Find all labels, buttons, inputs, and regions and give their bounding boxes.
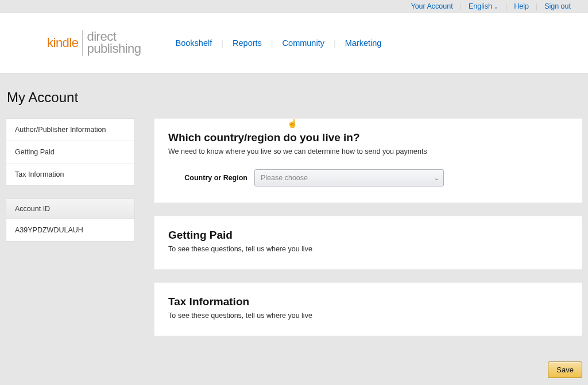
separator: | [460,2,462,10]
sidebar-item-getting-paid[interactable]: Getting Paid [6,141,134,164]
tax-card-subtitle: To see these questions, tell us where yo… [168,312,568,320]
country-card-title: Which country/region do you live in? [168,131,568,144]
logo-divider [82,30,83,56]
country-select-placeholder: Please choose [261,174,308,182]
country-select[interactable]: Please choose [254,169,444,186]
separator: | [221,38,223,48]
account-id-label: Account ID [6,199,134,219]
nav-bookshelf[interactable]: Bookshelf [176,38,212,48]
separator: | [536,2,537,10]
kdp-logo[interactable]: kindle direct publishing [47,30,141,56]
separator: | [334,38,336,48]
page-title: My Account [7,90,582,106]
language-label: English [469,2,492,10]
separator: | [271,38,273,48]
page-content: My Account Author/Publisher Information … [0,73,588,349]
getting-paid-title: Getting Paid [168,229,568,242]
sidebar-account-box: Account ID A39YPDZWDULAUH [6,199,135,242]
tax-card-title: Tax Information [168,295,568,308]
country-form-row: Country or Region Please choose ⌄ [168,169,568,186]
nav-marketing[interactable]: Marketing [345,38,382,48]
chevron-down-icon: ⌄ [494,4,498,10]
country-region-card: Which country/region do you live in? We … [154,118,582,203]
sidebar-nav-box: Author/Publisher Information Getting Pai… [6,118,135,186]
logo-kindle-text: kindle [47,36,78,50]
sidebar-item-author-publisher[interactable]: Author/Publisher Information [6,119,134,141]
nav-community[interactable]: Community [283,38,324,48]
nav-links: Bookshelf | Reports | Community | Market… [176,38,382,48]
sign-out-link[interactable]: Sign out [544,2,571,10]
getting-paid-subtitle: To see these questions, tell us where yo… [168,245,568,253]
nav-reports[interactable]: Reports [233,38,262,48]
sidebar: Author/Publisher Information Getting Pai… [6,118,135,349]
country-card-subtitle: We need to know where you live so we can… [168,147,568,155]
account-id-value: A39YPDZWDULAUH [6,219,134,241]
layout: Author/Publisher Information Getting Pai… [6,118,582,349]
getting-paid-card: Getting Paid To see these questions, tel… [154,216,582,270]
your-account-link[interactable]: Your Account [411,2,452,10]
sidebar-item-tax-information[interactable]: Tax Information [6,164,134,185]
logo-dp-text: direct publishing [87,31,141,55]
main-content: Which country/region do you live in? We … [154,118,582,349]
separator: | [505,2,507,10]
tax-information-card: Tax Information To see these questions, … [154,282,582,336]
help-link[interactable]: Help [514,2,529,10]
main-nav: kindle direct publishing Bookshelf | Rep… [0,13,588,73]
country-select-wrap: Please choose ⌄ [254,169,444,186]
logo-publishing: publishing [87,41,141,56]
top-utility-bar: Your Account | English⌄ | Help | Sign ou… [0,0,588,13]
country-label: Country or Region [168,174,254,182]
language-selector[interactable]: English⌄ [469,2,498,10]
save-button[interactable]: Save [548,361,582,378]
